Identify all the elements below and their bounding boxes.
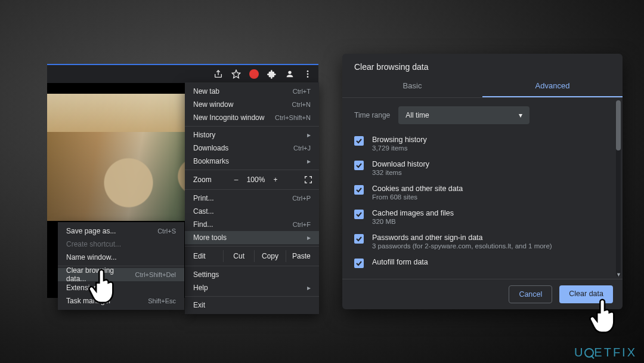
option-subtitle: From 608 sites <box>372 193 463 201</box>
menu-exit[interactable]: Exit <box>185 299 319 312</box>
watermark: UETFIX <box>574 346 637 359</box>
checkbox-checked-icon[interactable] <box>354 210 364 219</box>
menu-edit: Edit Cut Copy Paste <box>185 248 319 264</box>
label: Settings <box>193 270 219 279</box>
chevron-right-icon: ▸ <box>307 131 311 139</box>
label: Extensions <box>66 284 101 292</box>
chevron-right-icon: ▸ <box>307 157 311 165</box>
dialog-title: Clear browsing data <box>342 54 623 75</box>
submenu-save-page[interactable]: Save page as... Ctrl+S <box>58 224 184 238</box>
option-title: Download history <box>372 160 429 168</box>
menu-history[interactable]: History ▸ <box>185 128 319 141</box>
menu-find[interactable]: Find... Ctrl+F <box>185 218 319 231</box>
edit-label: Edit <box>193 252 223 260</box>
copy-button[interactable]: Copy <box>254 250 285 262</box>
option-browsing-history[interactable]: Browsing history3,729 items <box>354 131 611 156</box>
label: New window <box>193 100 233 109</box>
time-range-row: Time range All time ▾ <box>342 98 618 129</box>
option-title: Browsing history <box>372 136 427 144</box>
time-range-label: Time range <box>354 111 390 119</box>
tab-basic[interactable]: Basic <box>342 75 482 97</box>
share-icon[interactable] <box>213 69 223 79</box>
submenu-create-shortcut: Create shortcut... <box>58 238 184 251</box>
submenu-extensions[interactable]: Extensions <box>58 281 184 294</box>
shortcut: Ctrl+P <box>292 195 311 202</box>
label: Create shortcut... <box>66 240 121 248</box>
kebab-menu-icon[interactable] <box>303 69 312 79</box>
option-passwords[interactable]: Passwords and other sign-in data3 passwo… <box>354 229 611 254</box>
menu-settings[interactable]: Settings <box>185 268 319 281</box>
shortcut: Ctrl+Shift+N <box>275 114 311 121</box>
fullscreen-icon[interactable] <box>304 175 313 184</box>
zoom-value: 100% <box>243 176 268 184</box>
dialog-body: Time range All time ▾ Browsing history3,… <box>342 98 623 279</box>
menu-separator <box>185 246 319 247</box>
menu-print[interactable]: Print... Ctrl+P <box>185 192 319 205</box>
label: Find... <box>193 220 213 229</box>
chrome-main-menu: New tab Ctrl+T New window Ctrl+N New Inc… <box>185 82 319 314</box>
option-title: Cached images and files <box>372 209 454 217</box>
scroll-down-icon[interactable]: ▼ <box>616 272 621 278</box>
submenu-name-window[interactable]: Name window... <box>58 251 184 264</box>
shortcut: Shift+Esc <box>148 297 176 304</box>
checkbox-checked-icon[interactable] <box>354 259 364 268</box>
label: Help <box>193 284 208 292</box>
browser-toolbar <box>47 65 318 83</box>
label: Clear browsing data... <box>66 266 135 283</box>
label: New tab <box>193 87 219 96</box>
submenu-clear-browsing-data[interactable]: Clear browsing data... Ctrl+Shift+Del <box>58 268 184 281</box>
label: Exit <box>193 301 205 309</box>
submenu-task-manager[interactable]: Task manager Shift+Esc <box>58 294 184 307</box>
star-icon[interactable] <box>231 69 241 79</box>
label: New Incognito window <box>193 113 264 122</box>
chevron-down-icon: ▾ <box>519 111 522 119</box>
scrollbar-thumb[interactable] <box>616 100 621 150</box>
svg-point-2 <box>307 70 309 72</box>
option-cookies[interactable]: Cookies and other site dataFrom 608 site… <box>354 180 611 205</box>
menu-new-tab[interactable]: New tab Ctrl+T <box>185 85 319 98</box>
menu-downloads[interactable]: Downloads Ctrl+J <box>185 141 319 155</box>
paste-button[interactable]: Paste <box>286 250 317 262</box>
shortcut: Ctrl+N <box>292 101 311 108</box>
svg-point-1 <box>288 71 291 74</box>
checkbox-checked-icon[interactable] <box>354 161 364 170</box>
scrollbar[interactable]: ▼ <box>616 100 621 276</box>
zoom-label: Zoom <box>193 176 229 184</box>
option-title: Cookies and other site data <box>372 184 463 193</box>
checkbox-checked-icon[interactable] <box>354 234 364 244</box>
zoom-in-button[interactable]: + <box>268 176 283 184</box>
label: History <box>193 131 215 139</box>
label: Task manager <box>66 297 111 305</box>
checkbox-checked-icon[interactable] <box>354 185 364 195</box>
shortcut: Ctrl+J <box>293 144 311 152</box>
adblock-icon[interactable] <box>249 69 259 79</box>
clear-data-button[interactable]: Clear data <box>559 285 613 303</box>
label: More tools <box>193 233 227 242</box>
label: Print... <box>193 194 214 202</box>
time-range-select[interactable]: All time ▾ <box>398 106 530 124</box>
menu-new-window[interactable]: New window Ctrl+N <box>185 98 319 111</box>
label: Cast... <box>193 207 214 216</box>
menu-bookmarks[interactable]: Bookmarks ▸ <box>185 155 319 168</box>
option-download-history[interactable]: Download history332 items <box>354 156 611 180</box>
option-autofill[interactable]: Autofill form data <box>354 254 611 272</box>
menu-cast[interactable]: Cast... <box>185 205 319 218</box>
zoom-out-button[interactable]: – <box>229 176 243 184</box>
magnifier-icon <box>584 348 594 358</box>
menu-more-tools[interactable]: More tools ▸ <box>185 231 319 244</box>
menu-new-incognito[interactable]: New Incognito window Ctrl+Shift+N <box>185 111 319 124</box>
menu-separator <box>185 296 319 297</box>
menu-separator <box>185 266 319 266</box>
menu-help[interactable]: Help ▸ <box>185 281 319 294</box>
label: Name window... <box>66 253 117 262</box>
profile-icon[interactable] <box>285 69 295 79</box>
clear-browsing-data-dialog: Clear browsing data Basic Advanced Time … <box>342 54 623 309</box>
checkbox-checked-icon[interactable] <box>354 136 364 146</box>
cancel-button[interactable]: Cancel <box>509 285 552 303</box>
option-cached[interactable]: Cached images and files320 MB <box>354 205 611 229</box>
extensions-icon[interactable] <box>267 69 277 79</box>
chevron-right-icon: ▸ <box>307 233 311 242</box>
tab-advanced[interactable]: Advanced <box>482 75 623 97</box>
shortcut: Ctrl+S <box>157 227 176 235</box>
cut-button[interactable]: Cut <box>223 250 254 262</box>
